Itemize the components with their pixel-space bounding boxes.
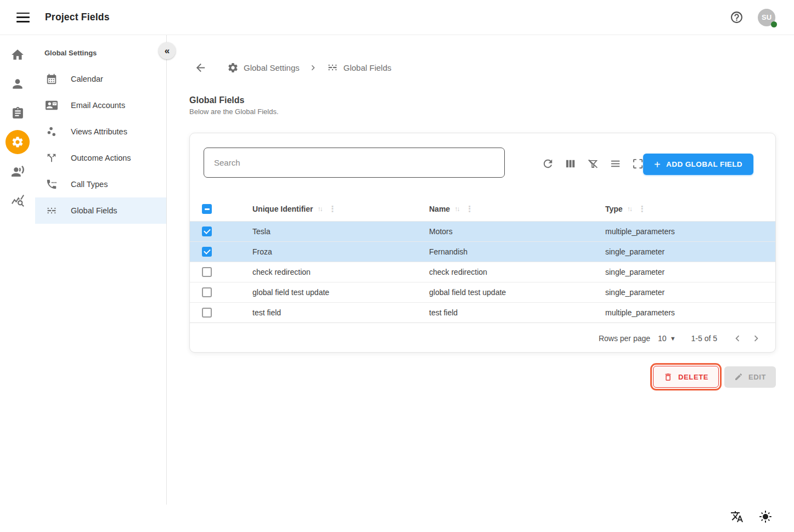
next-page-icon[interactable] (750, 332, 762, 344)
fullscreen-icon[interactable] (632, 157, 644, 170)
cell-unique-identifier: Tesla (252, 227, 429, 236)
caret-down-icon: ▼ (670, 335, 676, 342)
person-icon (10, 77, 25, 91)
sidebar-item-views-attributes[interactable]: Views Attributes (35, 118, 166, 145)
top-bar: Project Fields SU (0, 0, 794, 35)
sidebar-item-label: Views Attributes (71, 127, 127, 136)
column-menu-icon[interactable]: ⋮ (465, 204, 474, 214)
row-checkbox[interactable] (202, 287, 212, 297)
help-icon[interactable] (730, 10, 744, 24)
cell-name: check redirection (429, 268, 605, 276)
email-accounts-icon (46, 99, 58, 111)
calendar-icon (46, 73, 58, 85)
voice-agent-icon (11, 165, 25, 178)
global-fields-icon (46, 205, 58, 217)
table-row[interactable]: check redirection check redirection sing… (190, 262, 775, 282)
column-menu-icon[interactable]: ⋮ (638, 204, 646, 214)
bulk-actions: DELETE EDIT (653, 366, 776, 388)
home-icon (10, 48, 25, 62)
outcome-actions-icon (46, 152, 58, 164)
sidebar-collapse-button[interactable]: « (159, 42, 176, 59)
sort-icon[interactable]: ↑↓ (317, 205, 322, 213)
sidebar-item-outcome-actions[interactable]: Outcome Actions (35, 145, 166, 171)
translate-icon[interactable] (730, 510, 744, 523)
avatar-initials: SU (762, 13, 772, 21)
arrow-back-icon[interactable] (194, 61, 207, 74)
sidebar-item-label: Global Fields (71, 206, 117, 215)
collapse-chevrons-icon: « (165, 46, 170, 56)
density-icon[interactable] (609, 157, 622, 170)
pencil-icon (734, 372, 743, 381)
avatar[interactable]: SU (758, 9, 775, 26)
row-checkbox[interactable] (202, 308, 212, 318)
settings-sidebar: Global Settings Calendar Email Accounts … (35, 35, 167, 505)
rail-item-settings[interactable] (5, 130, 30, 154)
column-header-name: Name (429, 205, 450, 213)
table-row[interactable]: global field test update global field te… (190, 282, 775, 302)
breadcrumb-global-fields[interactable]: Global Fields (343, 63, 392, 72)
edit-button[interactable]: EDIT (724, 366, 776, 388)
cell-unique-identifier: check redirection (252, 268, 429, 276)
trash-icon (663, 372, 673, 382)
previous-page-icon[interactable] (731, 332, 744, 344)
cell-unique-identifier: test field (252, 308, 429, 317)
cell-type: single_parameter (605, 247, 775, 256)
refresh-icon[interactable] (542, 157, 554, 170)
add-global-field-button[interactable]: + ADD GLOBAL FIELD (643, 154, 753, 175)
menu-icon[interactable] (16, 13, 30, 22)
rail-item-home[interactable] (5, 43, 30, 67)
delete-button-label: DELETE (678, 373, 708, 381)
global-fields-card: + ADD GLOBAL FIELD Unique Identifier ↑↓ … (189, 133, 776, 353)
add-global-field-label: ADD GLOBAL FIELD (666, 160, 742, 168)
sidebar-item-label: Calendar (71, 75, 103, 83)
rail-item-contacts[interactable] (5, 72, 30, 96)
rows-per-page-select[interactable]: 10 ▼ (658, 334, 675, 343)
column-header-type: Type (605, 205, 623, 213)
breadcrumb-global-settings[interactable]: Global Settings (244, 63, 300, 72)
rail-item-agents[interactable] (5, 159, 30, 183)
columns-icon[interactable] (564, 157, 577, 170)
delete-button[interactable]: DELETE (653, 366, 719, 388)
pagination-range: 1-5 of 5 (691, 334, 717, 343)
rail-item-analytics[interactable] (5, 188, 30, 212)
app-title: Project Fields (45, 12, 110, 23)
gear-icon (227, 62, 239, 73)
sidebar-item-label: Outcome Actions (71, 154, 131, 162)
cell-unique-identifier: Froza (252, 247, 429, 256)
rows-per-page-label: Rows per page (599, 334, 650, 343)
edit-button-label: EDIT (748, 373, 766, 381)
row-checkbox[interactable] (202, 227, 212, 236)
table-row[interactable]: test field test field multiple_parameter… (190, 302, 775, 322)
cell-type: single_parameter (605, 268, 775, 276)
clipboard-icon (11, 106, 25, 120)
table-header-row: Unique Identifier ↑↓ ⋮ Name ↑↓ ⋮ Type ↑↓… (190, 197, 775, 221)
column-menu-icon[interactable]: ⋮ (328, 204, 336, 214)
sort-icon[interactable]: ↑↓ (454, 205, 459, 213)
sidebar-item-calendar[interactable]: Calendar (35, 66, 166, 92)
cell-name: Motors (429, 227, 605, 236)
table-row[interactable]: Froza Fernandish single_parameter (190, 241, 775, 262)
chevron-right-icon (308, 63, 318, 73)
light-mode-icon[interactable] (759, 510, 772, 523)
rail-item-tasks[interactable] (5, 101, 30, 125)
page-subtitle: Below are the Global Fields. (189, 107, 279, 116)
select-all-checkbox[interactable] (202, 204, 212, 214)
cell-name: Fernandish (429, 247, 605, 256)
sidebar-item-email-accounts[interactable]: Email Accounts (35, 92, 166, 118)
cell-type: multiple_parameters (605, 227, 775, 236)
sidebar-item-call-types[interactable]: Call Types (35, 171, 166, 197)
plus-icon: + (654, 159, 661, 170)
call-types-icon (46, 178, 58, 190)
row-checkbox[interactable] (202, 267, 212, 277)
row-checkbox[interactable] (202, 247, 212, 257)
sidebar-item-global-fields[interactable]: Global Fields (35, 197, 166, 224)
table-row[interactable]: Tesla Motors multiple_parameters (190, 221, 775, 241)
global-fields-icon (326, 61, 339, 73)
search-input[interactable] (204, 148, 505, 178)
sidebar-item-label: Email Accounts (71, 101, 125, 110)
gear-icon (11, 135, 24, 149)
sidebar-item-label: Call Types (71, 180, 108, 189)
online-status-dot (771, 21, 777, 27)
filter-off-icon[interactable] (587, 157, 599, 170)
sort-icon[interactable]: ↑↓ (627, 205, 632, 213)
